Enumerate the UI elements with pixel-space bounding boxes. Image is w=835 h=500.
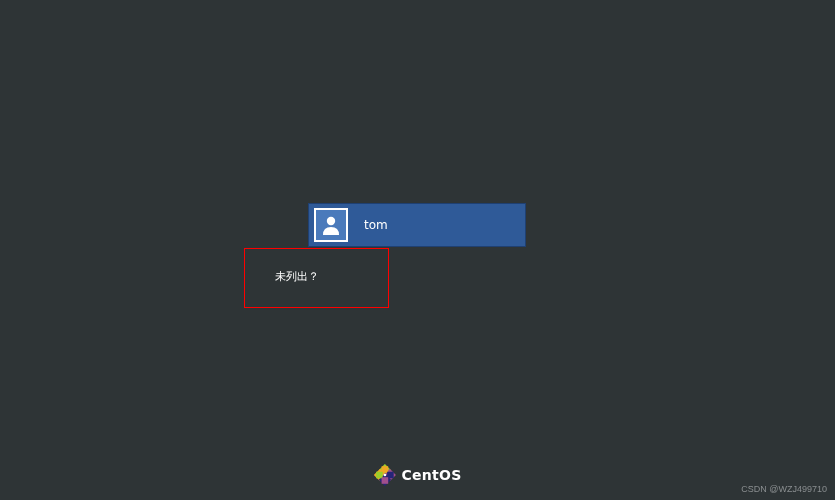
- user-name-label: tom: [364, 218, 388, 232]
- svg-rect-8: [381, 477, 388, 484]
- branding: CentOS: [373, 464, 461, 486]
- watermark-text: CSDN @WZJ499710: [741, 484, 827, 494]
- centos-logo-icon: [373, 464, 395, 486]
- svg-point-9: [383, 474, 386, 477]
- not-listed-annotation-box: 未列出？: [244, 248, 389, 308]
- not-listed-link[interactable]: 未列出？: [275, 270, 319, 283]
- user-tile[interactable]: tom: [308, 203, 526, 247]
- avatar-box: [314, 208, 348, 242]
- brand-name-label: CentOS: [401, 467, 461, 483]
- user-icon: [319, 213, 343, 237]
- svg-point-0: [327, 217, 335, 225]
